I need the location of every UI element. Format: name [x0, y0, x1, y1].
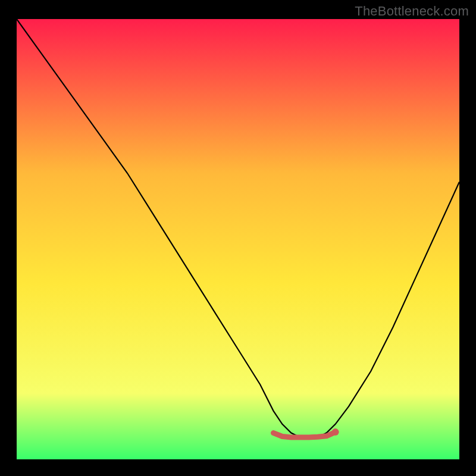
optimal-zone-end-dot — [332, 428, 339, 436]
plot-area — [17, 19, 459, 459]
chart-container: TheBottleneck.com — [0, 0, 476, 476]
chart-svg — [17, 19, 459, 459]
gradient-background — [17, 19, 459, 459]
watermark-text: TheBottleneck.com — [355, 4, 469, 19]
